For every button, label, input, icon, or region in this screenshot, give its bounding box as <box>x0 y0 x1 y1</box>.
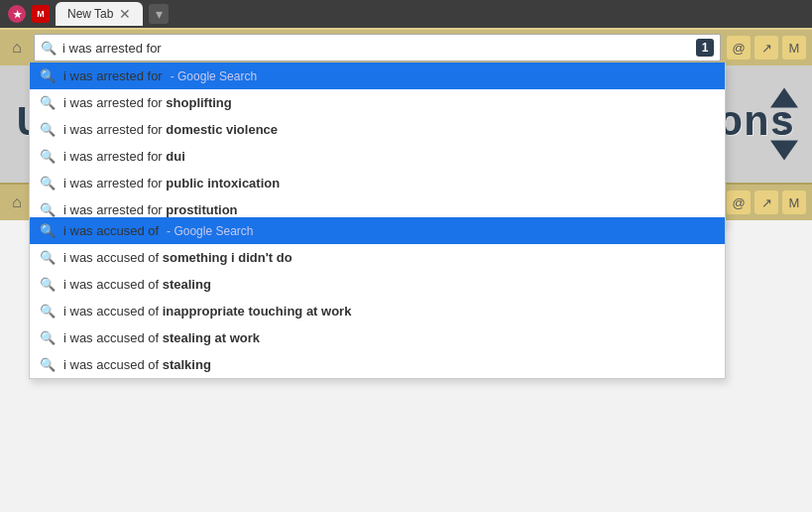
top-suggestion-3[interactable]: 🔍 i was arrested for dui <box>30 143 725 170</box>
suggestion-text: i was accused of <box>63 223 159 238</box>
dot-3 <box>782 130 787 135</box>
external-link-icon[interactable]: ↗ <box>754 36 778 60</box>
suggestion-text: i was arrested for dui <box>63 149 185 164</box>
top-nav-bar: ⌂ 🔍 1 🔍 i was arrested for - Google Sear… <box>0 28 812 65</box>
bottom-nav-icons: @ ↗ M <box>727 191 806 214</box>
suggestion-text: i was arrested for prostitution <box>63 202 238 217</box>
external-link-icon-2[interactable]: ↗ <box>754 191 778 214</box>
suggestion-text: i was accused of stealing at work <box>63 330 260 345</box>
bottom-suggestion-3[interactable]: 🔍 i was accused of inappropriate touchin… <box>30 298 725 324</box>
bottom-suggestion-5[interactable]: 🔍 i was accused of stalking <box>30 351 725 378</box>
active-tab[interactable]: New Tab ✕ <box>56 2 143 26</box>
top-suggestion-4[interactable]: 🔍 i was arrested for public intoxication <box>30 170 725 196</box>
suggestion-search-icon: 🔍 <box>40 95 56 110</box>
top-suggestion-2[interactable]: 🔍 i was arrested for domestic violence <box>30 116 725 143</box>
account-icon-2[interactable]: @ <box>727 191 751 214</box>
suggestion-text: i was arrested for shoplifting <box>63 95 232 110</box>
google-label-2: - Google Search <box>167 224 253 238</box>
arrow-up-icon <box>770 88 798 108</box>
gmail-icon-2[interactable]: M <box>782 191 806 214</box>
bottom-suggestion-2[interactable]: 🔍 i was accused of stealing <box>30 271 725 298</box>
arrow-down-icon <box>770 141 798 161</box>
suggestion-search-icon: 🔍 <box>40 330 56 345</box>
gmail-icon[interactable]: M <box>782 36 806 60</box>
suggestion-search-icon: 🔍 <box>40 149 56 164</box>
tab-bar: ★ M New Tab ✕ ▾ <box>0 0 812 28</box>
home-button-2[interactable]: ⌂ <box>6 192 28 213</box>
new-tab-button[interactable]: ▾ <box>149 4 169 24</box>
suggestion-search-icon: 🔍 <box>40 250 56 265</box>
suggestion-text: i was arrested for <box>63 68 163 83</box>
tab-favicon-icon: ★ <box>8 5 26 23</box>
suggestion-search-icon: 🔍 <box>40 223 56 238</box>
suggestion-text: i was accused of stalking <box>63 357 211 372</box>
top-section: ⌂ 🔍 1 🔍 i was arrested for - Google Sear… <box>0 28 812 65</box>
account-icon[interactable]: @ <box>727 36 751 60</box>
suggestion-text: i was accused of inappropriate touching … <box>63 304 351 319</box>
suggestion-text: i was accused of something i didn't do <box>63 250 292 265</box>
bottom-suggestion-4[interactable]: 🔍 i was accused of stealing at work <box>30 324 725 351</box>
top-search-bar[interactable]: 🔍 1 🔍 i was arrested for - Google Search… <box>34 34 721 62</box>
scroll-arrow-indicator <box>770 88 798 161</box>
bottom-suggestions-dropdown: 🔍 i was accused of - Google Search 🔍 i w… <box>29 217 726 379</box>
suggestion-search-icon: 🔍 <box>40 202 56 217</box>
dot-1 <box>782 114 787 119</box>
top-suggestion-1[interactable]: 🔍 i was arrested for shoplifting <box>30 89 725 116</box>
search-icon: 🔍 <box>41 41 57 56</box>
suggestion-search-icon: 🔍 <box>40 277 56 292</box>
dot-2 <box>782 122 787 127</box>
tab-close-button[interactable]: ✕ <box>119 6 131 22</box>
suggestion-search-icon: 🔍 <box>40 357 56 372</box>
top-suggestion-0[interactable]: 🔍 i was arrested for - Google Search <box>30 63 725 89</box>
suggestion-search-icon: 🔍 <box>40 68 56 83</box>
top-search-input[interactable] <box>62 41 690 56</box>
tab-gmail-icon: M <box>32 5 50 23</box>
top-nav-icons: @ ↗ M <box>727 36 806 60</box>
suggestion-text: i was arrested for public intoxication <box>63 176 280 191</box>
top-suggestions-dropdown: 🔍 i was arrested for - Google Search 🔍 i… <box>29 63 726 224</box>
suggestion-text: i was arrested for domestic violence <box>63 122 278 137</box>
bottom-suggestion-1[interactable]: 🔍 i was accused of something i didn't do <box>30 244 725 271</box>
suggestion-search-icon: 🔍 <box>40 122 56 137</box>
bottom-suggestion-0[interactable]: 🔍 i was accused of - Google Search <box>30 217 725 244</box>
arrow-dots <box>782 114 787 135</box>
tab-title: New Tab <box>67 7 113 21</box>
home-button[interactable]: ⌂ <box>6 37 28 59</box>
suggestion-search-icon: 🔍 <box>40 176 56 191</box>
step-badge-1: 1 <box>696 39 714 57</box>
suggestion-search-icon: 🔍 <box>40 304 56 319</box>
suggestion-text: i was accused of stealing <box>63 277 211 292</box>
google-label: - Google Search <box>171 69 257 83</box>
